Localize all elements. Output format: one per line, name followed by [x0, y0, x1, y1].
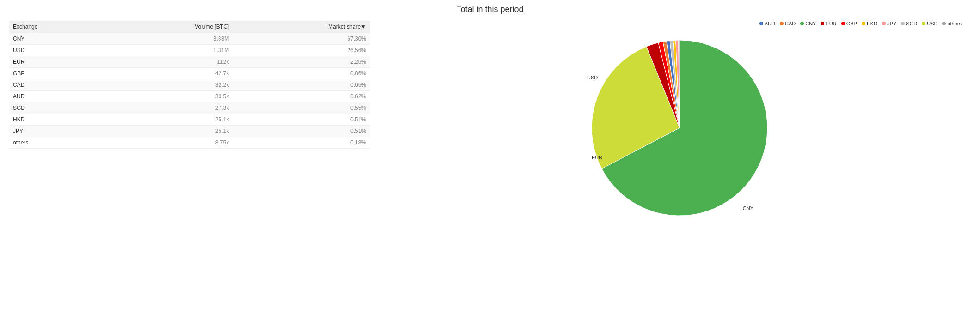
table-row: USD 1.31M 26.56%: [9, 45, 370, 56]
table-row: AUD 30.5k 0.62%: [9, 91, 370, 102]
cell-exchange: AUD: [9, 91, 106, 102]
legend-item-others: others: [942, 21, 962, 26]
cell-volume: 3.33M: [106, 33, 233, 45]
chart-section: AUD CAD CNY EUR GBP HKD JPY SGD USD ot: [370, 21, 971, 225]
cell-exchange: CNY: [9, 33, 106, 45]
page-container: Total in this period Exchange Volume [BT…: [0, 0, 980, 313]
legend-label: USD: [927, 21, 937, 26]
legend-label: EUR: [826, 21, 836, 26]
legend-item-usd: USD: [922, 21, 937, 26]
cell-share: 0.18%: [233, 137, 370, 149]
col-market-share[interactable]: Market share▼: [233, 21, 370, 33]
table-row: others 8.75k 0.18%: [9, 137, 370, 149]
legend-dot: [901, 22, 905, 25]
cell-share: 67.30%: [233, 33, 370, 45]
cell-exchange: CAD: [9, 79, 106, 91]
table-section: Exchange Volume [BTC] Market share▼ CNY …: [9, 21, 370, 149]
legend-item-aud: AUD: [760, 21, 775, 26]
legend-item-cad: CAD: [780, 21, 796, 26]
table-row: JPY 25.1k 0.51%: [9, 126, 370, 137]
legend-label: CAD: [785, 21, 796, 26]
cell-exchange: GBP: [9, 68, 106, 79]
col-exchange: Exchange: [9, 21, 106, 33]
legend-dot: [800, 22, 804, 25]
table-header-row: Exchange Volume [BTC] Market share▼: [9, 21, 370, 33]
cell-share: 26.56%: [233, 45, 370, 56]
pie-chart: USD EUR CNY: [582, 31, 777, 225]
cell-share: 0.62%: [233, 91, 370, 102]
cell-volume: 42.7k: [106, 68, 233, 79]
legend-dot: [821, 22, 824, 25]
cell-share: 0.51%: [233, 126, 370, 137]
legend-dot: [760, 22, 763, 25]
legend-item-gbp: GBP: [841, 21, 857, 26]
table-row: CAD 32.2k 0.65%: [9, 79, 370, 91]
legend-label: SGD: [906, 21, 917, 26]
legend-dot: [922, 22, 925, 25]
legend-item-hkd: HKD: [862, 21, 877, 26]
cell-volume: 32.2k: [106, 79, 233, 91]
cell-volume: 27.3k: [106, 102, 233, 114]
table-row: EUR 112k 2.26%: [9, 56, 370, 68]
legend-dot: [780, 22, 784, 25]
data-table: Exchange Volume [BTC] Market share▼ CNY …: [9, 21, 370, 149]
cell-exchange: EUR: [9, 56, 106, 68]
legend-label: others: [947, 21, 962, 26]
table-row: HKD 25.1k 0.51%: [9, 114, 370, 126]
cell-exchange: JPY: [9, 126, 106, 137]
pie-label-usd: USD: [587, 75, 598, 80]
legend-label: AUD: [765, 21, 775, 26]
cell-volume: 25.1k: [106, 114, 233, 126]
cell-share: 0.65%: [233, 79, 370, 91]
legend-dot: [942, 22, 946, 25]
legend-item-cny: CNY: [800, 21, 816, 26]
cell-volume: 1.31M: [106, 45, 233, 56]
table-row: GBP 42.7k 0.86%: [9, 68, 370, 79]
legend-label: CNY: [805, 21, 816, 26]
legend-label: JPY: [887, 21, 896, 26]
cell-share: 0.51%: [233, 114, 370, 126]
cell-volume: 8.75k: [106, 137, 233, 149]
cell-exchange: USD: [9, 45, 106, 56]
legend-item-jpy: JPY: [882, 21, 896, 26]
cell-exchange: SGD: [9, 102, 106, 114]
cell-volume: 112k: [106, 56, 233, 68]
cell-volume: 25.1k: [106, 126, 233, 137]
table-row: SGD 27.3k 0.55%: [9, 102, 370, 114]
content-area: Exchange Volume [BTC] Market share▼ CNY …: [9, 21, 971, 225]
table-row: CNY 3.33M 67.30%: [9, 33, 370, 45]
legend-dot: [882, 22, 886, 25]
legend-label: GBP: [846, 21, 857, 26]
cell-volume: 30.5k: [106, 91, 233, 102]
cell-share: 0.86%: [233, 68, 370, 79]
pie-label-cny: CNY: [743, 205, 753, 211]
chart-legend: AUD CAD CNY EUR GBP HKD JPY SGD USD ot: [760, 21, 971, 26]
page-title: Total in this period: [456, 5, 523, 14]
col-volume: Volume [BTC]: [106, 21, 233, 33]
cell-exchange: HKD: [9, 114, 106, 126]
cell-share: 0.55%: [233, 102, 370, 114]
legend-dot: [841, 22, 845, 25]
cell-share: 2.26%: [233, 56, 370, 68]
legend-item-sgd: SGD: [901, 21, 917, 26]
legend-label: HKD: [867, 21, 877, 26]
legend-dot: [862, 22, 865, 25]
pie-label-eur: EUR: [592, 155, 602, 160]
cell-exchange: others: [9, 137, 106, 149]
legend-item-eur: EUR: [821, 21, 836, 26]
